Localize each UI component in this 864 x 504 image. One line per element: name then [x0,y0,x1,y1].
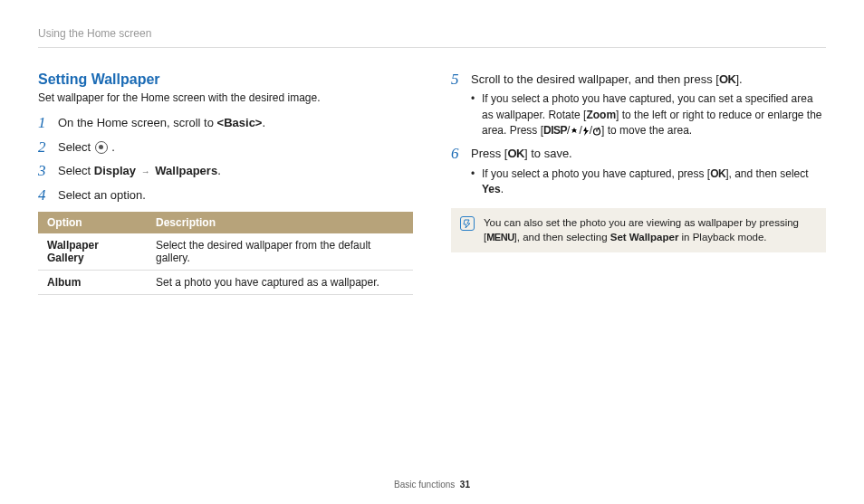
note-icon [460,216,475,231]
step-number: 5 [451,71,471,138]
sub-text: ] to move the area. [601,124,692,137]
ok-icon: OK [719,72,736,86]
footer-section: Basic functions [394,480,455,490]
flash-icon [582,127,590,136]
step-text: Press [ [471,147,507,160]
step-2: 2 Select . [38,139,413,157]
bullet-icon: • [471,166,482,198]
sub-text: If you select a photo you have captured,… [482,167,710,180]
step-text: Scroll to the desired wallpaper, and the… [471,72,719,86]
page-footer: Basic functions 31 [0,480,864,490]
note-box: You can also set the photo you are viewi… [451,208,826,252]
step-target: <Basic> [217,116,263,129]
set-wallpaper-label: Set Wallpaper [610,232,679,242]
step-post: . [262,116,265,129]
breadcrumb: Using the Home screen [38,27,826,48]
note-text: in Playback mode. [678,232,766,242]
cell-option: Album [38,270,147,294]
step-text: Select an option. [58,187,413,204]
note-text: ], and then selecting [514,232,610,242]
disp-icon: DISP [543,124,567,137]
cell-desc: Select the desired wallpaper from the de… [147,233,413,271]
right-column: 5 Scroll to the desired wallpaper, and t… [451,71,826,295]
step-number: 6 [451,146,471,197]
sub-text: ], and then select [725,167,808,180]
step-number: 3 [38,163,58,180]
step-1: 1 On the Home screen, scroll to <Basic>. [38,115,413,132]
arrow-icon: → [139,166,152,176]
content-columns: Setting Wallpaper Set wallpaper for the … [38,71,826,295]
ok-icon: OK [507,147,524,160]
table-row: Wallpaper Gallery Select the desired wal… [38,233,413,271]
th-option: Option [38,212,147,233]
step-number: 4 [38,187,58,204]
sub-post: . [501,183,504,195]
options-table: Option Description Wallpaper Gallery Sel… [38,212,413,295]
page-number: 31 [460,480,470,490]
step-post: ]. [735,72,742,86]
sub-bullet: • If you select a photo you have capture… [471,91,826,138]
flower-icon [570,127,579,136]
yes-label: Yes [482,183,501,195]
ok-icon: OK [710,167,725,180]
menu-wallpapers: Wallpapers [155,164,217,177]
section-title: Setting Wallpaper [38,71,413,88]
step-post: . [217,164,221,177]
step-number: 2 [38,139,58,157]
th-description: Description [147,212,413,233]
step-5: 5 Scroll to the desired wallpaper, and t… [451,71,826,138]
step-text: Select [58,140,94,154]
table-header-row: Option Description [38,212,413,233]
step-text: On the Home screen, scroll to [58,116,217,129]
menu-icon: MENU [486,232,514,242]
cell-desc: Set a photo you have captured as a wallp… [147,270,413,294]
section-desc: Set wallpaper for the Home screen with t… [38,91,413,104]
sub-bullet: • If you select a photo you have capture… [471,166,826,198]
zoom-label: Zoom [586,109,616,121]
bullet-icon: • [471,91,482,138]
step-post: . [109,140,115,154]
step-number: 1 [38,115,58,132]
left-column: Setting Wallpaper Set wallpaper for the … [38,71,413,295]
step-6: 6 Press [OK] to save. • If you select a … [451,146,826,197]
menu-display: Display [94,164,136,177]
settings-icon [95,141,108,154]
timer-icon [592,127,601,136]
step-post: ] to save. [524,147,572,160]
step-4: 4 Select an option. [38,187,413,204]
cell-option: Wallpaper Gallery [38,233,147,271]
step-3: 3 Select Display → Wallpapers. [38,163,413,180]
step-text: Select [58,164,94,177]
table-row: Album Set a photo you have captured as a… [38,270,413,294]
